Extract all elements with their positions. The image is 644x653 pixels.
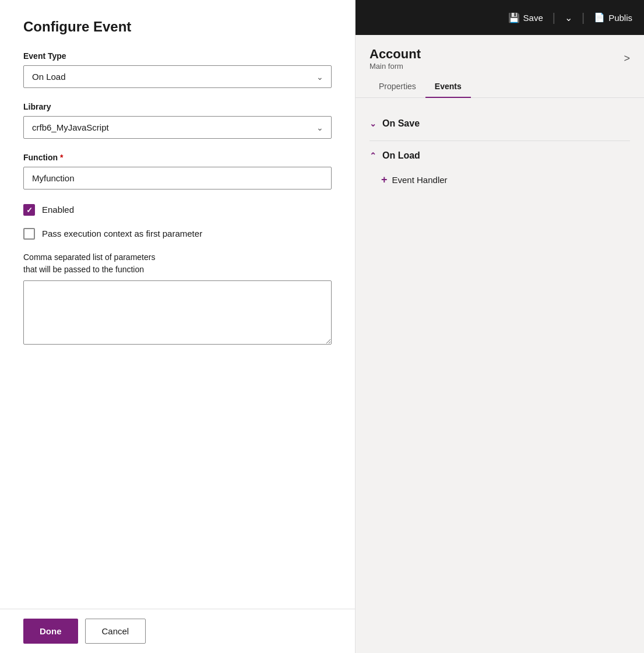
function-field: Function * (23, 153, 332, 189)
publish-icon: 📄 (594, 12, 605, 23)
on-save-label: On Save (382, 118, 420, 129)
on-save-header[interactable]: ⌄ On Save (369, 111, 630, 136)
enabled-label: Enabled (42, 203, 74, 216)
enabled-checkbox[interactable] (23, 204, 35, 216)
account-title: Account (369, 47, 421, 62)
account-subtitle: Main form (369, 62, 421, 71)
cancel-button[interactable]: Cancel (85, 619, 146, 644)
account-header: Account Main form > (356, 35, 644, 76)
library-select-wrapper: crfb6_MyJavaScript ⌄ (23, 116, 332, 139)
event-type-field: Event Type On Load On Save On Change ⌄ (23, 51, 332, 88)
configure-event-modal: Configure Event Event Type On Load On Sa… (0, 0, 356, 653)
required-star: * (60, 153, 63, 162)
pass-context-checkbox[interactable] (23, 228, 35, 240)
save-label: Save (523, 13, 543, 23)
event-type-label: Event Type (23, 51, 332, 61)
save-button[interactable]: 💾 Save (508, 12, 543, 23)
topbar-divider2: | (582, 11, 585, 24)
tab-events[interactable]: Events (425, 76, 471, 98)
save-icon: 💾 (508, 12, 520, 23)
done-button[interactable]: Done (23, 619, 78, 644)
expand-icon[interactable]: > (624, 52, 630, 65)
on-load-header[interactable]: ⌃ On Load (369, 143, 630, 168)
params-field: Comma separated list of parametersthat w… (23, 251, 332, 347)
account-title-block: Account Main form (369, 47, 421, 71)
event-type-select[interactable]: On Load On Save On Change (23, 65, 332, 88)
topbar-divider: | (552, 11, 555, 24)
tab-properties[interactable]: Properties (369, 76, 425, 98)
event-type-select-wrapper: On Load On Save On Change ⌄ (23, 65, 332, 88)
publish-label: Publis (608, 13, 632, 23)
pass-context-label: Pass execution context as first paramete… (42, 227, 202, 240)
right-panel (356, 0, 644, 653)
modal-title: Configure Event (23, 19, 332, 35)
enabled-checkbox-row: Enabled (23, 203, 332, 216)
pass-context-checkbox-row: Pass execution context as first paramete… (23, 227, 332, 240)
event-group-on-save: ⌄ On Save (369, 111, 630, 136)
add-event-handler-icon: + (381, 174, 388, 186)
event-handler-label: Event Handler (392, 175, 448, 185)
on-save-toggle-icon: ⌄ (369, 119, 376, 128)
params-textarea[interactable] (23, 280, 332, 345)
tabs-bar: Properties Events (356, 76, 644, 98)
function-label: Function * (23, 153, 332, 162)
event-handler-row[interactable]: + Event Handler (369, 168, 630, 192)
events-section: ⌄ On Save ⌃ On Load + Event Handler (356, 102, 644, 206)
on-load-toggle-icon: ⌃ (369, 151, 376, 160)
function-input[interactable] (23, 167, 332, 189)
event-group-on-load: ⌃ On Load + Event Handler (369, 143, 630, 192)
library-select[interactable]: crfb6_MyJavaScript (23, 116, 332, 139)
on-load-label: On Load (382, 150, 420, 161)
publish-button[interactable]: 📄 Publis (594, 12, 632, 23)
params-label: Comma separated list of parametersthat w… (23, 251, 332, 276)
chevron-down-icon[interactable]: ⌄ (565, 12, 572, 23)
library-field: Library crfb6_MyJavaScript ⌄ (23, 102, 332, 139)
modal-footer: Done Cancel (0, 609, 355, 653)
library-label: Library (23, 102, 332, 111)
modal-content: Configure Event Event Type On Load On Sa… (0, 0, 355, 609)
top-bar: 💾 Save | ⌄ | 📄 Publis (356, 0, 644, 35)
section-divider (369, 141, 630, 141)
